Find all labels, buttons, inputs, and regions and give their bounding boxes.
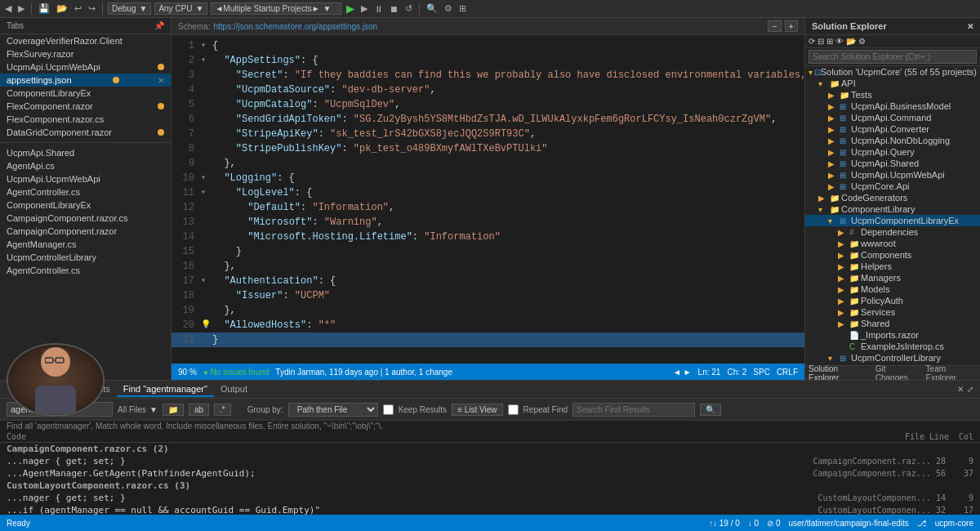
tree-deps[interactable]: ▶ # Dependencies bbox=[805, 226, 980, 238]
tab-appsettings[interactable]: appsettings.json ✕ bbox=[0, 74, 171, 87]
find-results-search-btn[interactable]: 🔍 bbox=[700, 404, 721, 416]
tab-agent-controller[interactable]: AgentController.cs bbox=[0, 185, 171, 199]
find-abc-btn[interactable]: ab bbox=[189, 404, 209, 416]
fold-icon-1[interactable]: ▾ bbox=[201, 38, 212, 53]
fold-icon-10[interactable]: ▾ bbox=[201, 171, 212, 185]
tab-flex-component-cs[interactable]: FlexComponent.razor.cs bbox=[0, 113, 171, 126]
keep-results-checkbox[interactable] bbox=[383, 404, 394, 415]
find-result-item[interactable]: ...nager { get; set; } CustomLayoutCompo… bbox=[0, 492, 980, 504]
tab-ucpm-webapi2[interactable]: UcpmApi.UcpmWebApi bbox=[0, 172, 171, 185]
tree-components[interactable]: ▶ 📁 Components bbox=[805, 249, 980, 261]
user-branch[interactable]: user/tlatimer/campaign-final-edits bbox=[788, 519, 908, 528]
tree-converter[interactable]: ▶ ⊞ UcpmApi.Converter bbox=[805, 123, 980, 135]
tab-agent-api[interactable]: AgentApi.cs bbox=[0, 159, 171, 172]
se-bottom-solution[interactable]: Solution Explorer bbox=[808, 364, 869, 381]
tree-services[interactable]: ▶ 📁 Services bbox=[805, 306, 980, 318]
se-filter-icon[interactable]: ⊞ bbox=[826, 37, 833, 46]
tab-agent-controller2[interactable]: AgentController.cs bbox=[0, 264, 171, 277]
tab-datagrid[interactable]: DataGridComponent.razor bbox=[0, 126, 171, 139]
tab-component-lib2[interactable]: ComponentLibraryEx bbox=[0, 199, 171, 212]
run2-icon[interactable]: ▶ bbox=[359, 3, 369, 14]
nav-forward-icon[interactable]: ▶ bbox=[16, 3, 26, 14]
fold-icon-17[interactable]: ▾ bbox=[201, 274, 212, 288]
tab-flex-survey[interactable]: FlexSurvey.razor bbox=[0, 47, 171, 60]
tab-agent-manager[interactable]: AgentManager.cs bbox=[0, 238, 171, 251]
lightbulb-icon[interactable]: 💡 bbox=[201, 318, 212, 332]
find-scope-icon[interactable]: ▼ bbox=[149, 405, 158, 414]
window-icon[interactable]: ⊞ bbox=[457, 3, 468, 14]
tree-tests[interactable]: ▶ 📁 Tests bbox=[805, 89, 980, 100]
tree-webapi[interactable]: ▶ ⊞ UcpmApi.UcpmWebApi bbox=[805, 169, 980, 181]
bottom-panel-expand-icon[interactable]: ⤢ bbox=[967, 385, 973, 394]
se-sync-icon[interactable]: ⟳ bbox=[808, 37, 815, 46]
solution-root[interactable]: ▾ ⊡ Solution 'UcpmCore' (55 of 55 projec… bbox=[805, 66, 980, 78]
se-bottom-git-changes[interactable]: Git Changes bbox=[875, 364, 920, 381]
tabs-pin-icon[interactable]: 📌 bbox=[154, 21, 164, 30]
tree-ucpm-comp-lib[interactable]: ▾ ⊞ UcpmComponentLibraryEx bbox=[805, 215, 980, 226]
save-icon[interactable]: 💾 bbox=[37, 3, 51, 14]
editor-content[interactable]: 1 ▾ { 2 ▾ "AppSettings": { 3 "Secret": "… bbox=[172, 35, 804, 364]
find-results-search[interactable] bbox=[572, 403, 695, 417]
find-regex-btn[interactable]: .* bbox=[214, 404, 231, 416]
tree-imports[interactable]: 📄 _Imports.razor bbox=[805, 329, 980, 341]
tree-models[interactable]: ▶ 📁 Models bbox=[805, 283, 980, 295]
tree-controller-lib[interactable]: ▾ ⊞ UcpmControllerLibrary bbox=[805, 352, 980, 364]
tree-businessmodel[interactable]: ▶ ⊞ UcpmApi.BusinessModel bbox=[805, 100, 980, 112]
group-by-dropdown[interactable]: Path then File bbox=[288, 403, 378, 417]
tree-componentlib[interactable]: ▾ 📁 ComponentLibrary bbox=[805, 203, 980, 215]
tab-coverage-verifier[interactable]: CoverageVerifierRazor.Client bbox=[0, 34, 171, 47]
se-collapse-icon[interactable]: ⊟ bbox=[817, 37, 824, 46]
tree-interop[interactable]: C ExampleJsInterop.cs bbox=[805, 341, 980, 352]
tab-campaign-razor[interactable]: CampaignComponent.razor bbox=[0, 225, 171, 238]
tab-find-results[interactable]: Find "agentmanager" bbox=[117, 382, 214, 397]
find-path-btn[interactable]: 📁 bbox=[163, 404, 184, 416]
tree-query[interactable]: ▶ ⊞ UcpmApi.Query bbox=[805, 146, 980, 158]
restart-icon[interactable]: ↺ bbox=[403, 3, 414, 14]
open-icon[interactable]: 📂 bbox=[55, 3, 69, 14]
tab-component-lib[interactable]: ComponentLibraryEx bbox=[0, 87, 171, 100]
spaces-indicator[interactable]: SPC bbox=[753, 368, 770, 377]
se-settings-icon[interactable]: ⚙ bbox=[858, 37, 866, 46]
pause-icon[interactable]: ⏸ bbox=[372, 4, 385, 14]
schema-collapse-btn[interactable]: − bbox=[768, 20, 781, 32]
tab-close-button[interactable]: ✕ bbox=[158, 76, 164, 85]
tree-coreapi[interactable]: ▶ ⊞ UcpmCore.Api bbox=[805, 181, 980, 192]
git-branch[interactable]: ucpm-core bbox=[935, 519, 973, 528]
tree-shared2[interactable]: ▶ 📁 Shared bbox=[805, 318, 980, 329]
tree-managers[interactable]: ▶ 📁 Managers bbox=[805, 272, 980, 283]
tab-ucpm-controller[interactable]: UcpmControllerLibrary bbox=[0, 251, 171, 264]
tree-api-folder[interactable]: ▾ 📁 API bbox=[805, 78, 980, 89]
tab-campaign-razor-cs[interactable]: CampaignComponent.razor.cs bbox=[0, 212, 171, 225]
se-search-input[interactable] bbox=[808, 50, 977, 64]
tree-codegen[interactable]: ▶ 📁 CodeGenerators bbox=[805, 192, 980, 203]
line-ending[interactable]: CRLF bbox=[777, 368, 798, 377]
se-close-icon[interactable]: ✕ bbox=[967, 22, 973, 31]
settings-icon[interactable]: ⚙ bbox=[443, 3, 454, 14]
se-open-icon[interactable]: 📂 bbox=[846, 37, 856, 46]
debug-config-dropdown[interactable]: Debug ▼ bbox=[108, 2, 151, 15]
find-result-item[interactable]: ...if (agentManager == null && accountGu… bbox=[0, 504, 980, 515]
repeat-find-checkbox[interactable] bbox=[508, 404, 519, 415]
nav-back-icon[interactable]: ◀ bbox=[3, 3, 13, 14]
undo-icon[interactable]: ↩ bbox=[73, 3, 83, 14]
tree-command[interactable]: ▶ ⊞ UcpmApi.Command bbox=[805, 112, 980, 123]
tree-nondblogging[interactable]: ▶ ⊞ UcpmApi.NonDbLogging bbox=[805, 135, 980, 146]
tree-wwwroot[interactable]: ▶ 📁 wwwroot bbox=[805, 238, 980, 249]
fold-icon-11[interactable]: ▾ bbox=[201, 185, 212, 200]
tree-helpers[interactable]: ▶ 📁 Helpers bbox=[805, 261, 980, 272]
tab-ucpm-shared[interactable]: UcpmApi.Shared bbox=[0, 146, 171, 159]
find-result-item[interactable]: ...AgentManager.GetAgent(PathfinderAgent… bbox=[0, 467, 980, 480]
fold-icon-2[interactable]: ▾ bbox=[201, 53, 212, 68]
tab-ucpm-webapi[interactable]: UcpmApi.UcpmWebApi bbox=[0, 60, 171, 74]
cpu-dropdown[interactable]: Any CPU ▼ bbox=[154, 2, 207, 15]
search-icon[interactable]: 🔍 bbox=[425, 3, 439, 14]
tab-output[interactable]: Output bbox=[214, 382, 254, 397]
list-view-btn[interactable]: ≡ List View bbox=[452, 404, 502, 416]
run-button[interactable]: ▶ bbox=[345, 2, 356, 15]
tree-policyauth[interactable]: ▶ 📁 PolicyAuth bbox=[805, 295, 980, 306]
tree-shared[interactable]: ▶ ⊞ UcpmApi.Shared bbox=[805, 158, 980, 169]
bottom-panel-close-icon[interactable]: ✕ bbox=[957, 385, 964, 394]
find-result-item[interactable]: ...nager { get; set; } CampaignComponent… bbox=[0, 455, 980, 467]
zoom-level[interactable]: 90 % bbox=[178, 368, 197, 377]
se-preview-icon[interactable]: 👁 bbox=[835, 37, 844, 46]
